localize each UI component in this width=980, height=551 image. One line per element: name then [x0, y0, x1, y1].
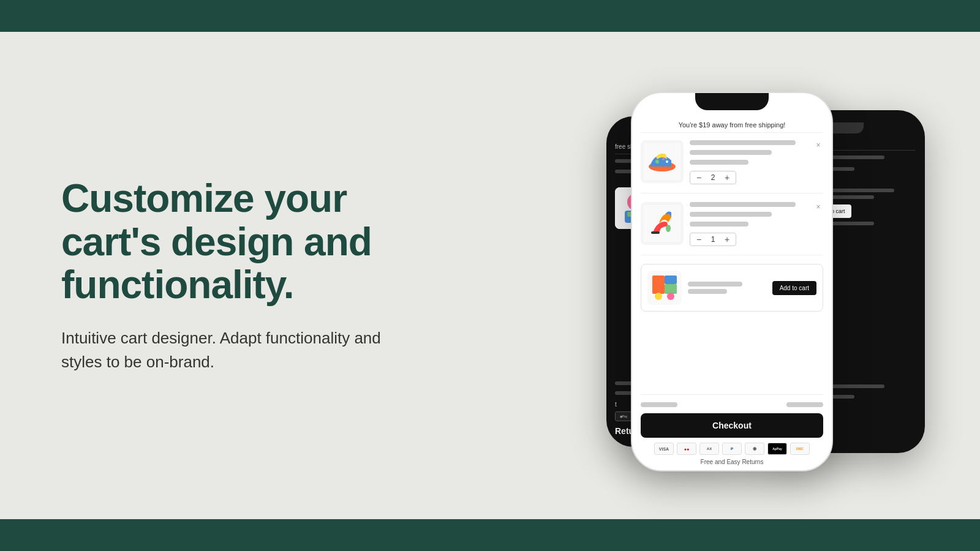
svg-point-14	[666, 160, 668, 163]
subtext: Intuitive cart designer. Adapt functiona…	[61, 326, 417, 374]
svg-point-12	[655, 160, 659, 163]
svg-rect-16	[651, 231, 660, 234]
suggestion-item: Add to cart	[641, 264, 823, 312]
qty-plus-1[interactable]: +	[722, 173, 732, 182]
svg-rect-19	[652, 276, 665, 294]
qty-plus-2[interactable]: +	[722, 234, 732, 244]
returns-text-front: Free and Easy Returns	[641, 459, 823, 465]
svg-point-17	[666, 225, 671, 232]
qty-minus-2[interactable]: −	[694, 234, 704, 244]
main-content: Customize your cart's design and functio…	[0, 32, 980, 519]
svg-rect-21	[665, 284, 677, 294]
checkout-button[interactable]: Checkout	[641, 413, 823, 438]
left-section: Customize your cart's design and functio…	[61, 177, 417, 373]
qty-minus-1[interactable]: −	[694, 173, 704, 182]
svg-point-13	[662, 158, 665, 160]
top-bar	[0, 0, 980, 32]
cart-item-2: − 1 + ×	[641, 202, 823, 255]
headline: Customize your cart's design and functio…	[61, 177, 417, 306]
qty-num-2: 1	[709, 235, 717, 244]
phone-notch-front	[695, 93, 769, 110]
right-section: free shipping!	[453, 73, 931, 478]
item-close-1[interactable]: ×	[813, 140, 823, 150]
qty-num-1: 2	[709, 173, 717, 182]
cart-item-1: − 2 + ×	[641, 140, 823, 193]
item-close-2[interactable]: ×	[813, 202, 823, 212]
bottom-bar	[0, 519, 980, 551]
phone-front: You're $19 away from free shipping!	[631, 92, 833, 471]
shipping-banner: You're $19 away from free shipping!	[641, 118, 823, 133]
svg-point-23	[667, 293, 674, 300]
svg-rect-20	[665, 276, 677, 284]
svg-point-22	[655, 293, 662, 300]
add-to-cart-front[interactable]: Add to cart	[772, 281, 816, 295]
